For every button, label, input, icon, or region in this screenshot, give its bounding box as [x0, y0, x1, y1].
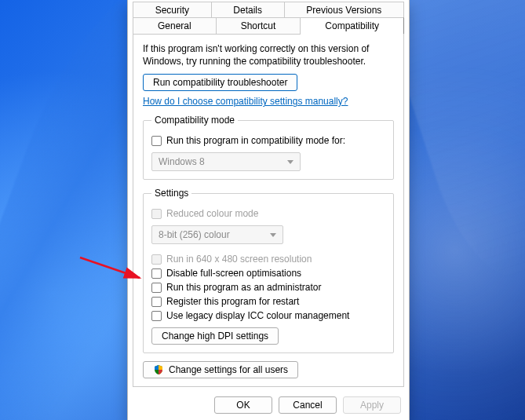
colour-depth-value: 8-bit (256) colour [159, 229, 230, 240]
legacy-icc-checkbox[interactable] [151, 311, 162, 321]
settings-legend: Settings [151, 188, 191, 199]
tab-security[interactable]: Security [133, 2, 212, 18]
chevron-down-icon [270, 233, 276, 237]
tab-previous-versions[interactable]: Previous Versions [285, 2, 404, 18]
disable-fullscreen-opt-checkbox[interactable] [151, 268, 162, 279]
compatibility-mode-group: Compatibility mode Run this program in c… [143, 115, 394, 180]
chevron-down-icon [287, 160, 293, 164]
compat-mode-label: Run this program in compatibility mode f… [166, 135, 345, 146]
reduced-colour-checkbox [151, 209, 162, 219]
compat-mode-checkbox[interactable] [151, 136, 162, 146]
run-as-admin-label: Run this program as an administrator [166, 282, 321, 293]
compat-os-select[interactable]: Windows 8 [151, 152, 301, 171]
disable-fullscreen-opt-label: Disable full-screen optimisations [166, 268, 301, 279]
settings-group: Settings Reduced colour mode 8-bit (256)… [143, 188, 394, 353]
register-restart-checkbox[interactable] [151, 297, 162, 307]
run-as-admin-checkbox[interactable] [151, 283, 162, 293]
colour-depth-select: 8-bit (256) colour [151, 225, 283, 244]
tab-strip: Security Details Previous Versions Gener… [128, 0, 409, 35]
tab-general[interactable]: General [133, 17, 217, 35]
change-high-dpi-button[interactable]: Change high DPI settings [151, 327, 279, 345]
legacy-icc-label: Use legacy display ICC colour management [166, 310, 349, 321]
shield-icon [153, 364, 164, 375]
run-640x480-checkbox [151, 254, 162, 265]
intro-text: If this program isn't working correctly … [143, 42, 394, 68]
reduced-colour-label: Reduced colour mode [166, 208, 258, 219]
apply-button: Apply [343, 396, 401, 414]
cancel-button[interactable]: Cancel [279, 396, 337, 414]
run-troubleshooter-button[interactable]: Run compatibility troubleshooter [143, 74, 297, 91]
properties-dialog: Security Details Previous Versions Gener… [127, 0, 410, 420]
dialog-footer: OK Cancel Apply [128, 392, 409, 415]
tab-compatibility[interactable]: Compatibility [301, 17, 404, 35]
register-restart-label: Register this program for restart [166, 296, 299, 307]
change-all-users-button[interactable]: Change settings for all users [143, 361, 298, 378]
change-all-users-label: Change settings for all users [169, 364, 288, 375]
tab-details[interactable]: Details [212, 2, 285, 18]
compatibility-pane: If this program isn't working correctly … [133, 35, 404, 387]
help-link[interactable]: How do I choose compatibility settings m… [143, 96, 348, 107]
ok-button[interactable]: OK [214, 396, 272, 414]
compat-os-select-value: Windows 8 [159, 156, 205, 167]
run-640x480-label: Run in 640 x 480 screen resolution [166, 254, 312, 265]
tab-shortcut[interactable]: Shortcut [217, 17, 301, 35]
compatibility-mode-legend: Compatibility mode [151, 115, 238, 126]
